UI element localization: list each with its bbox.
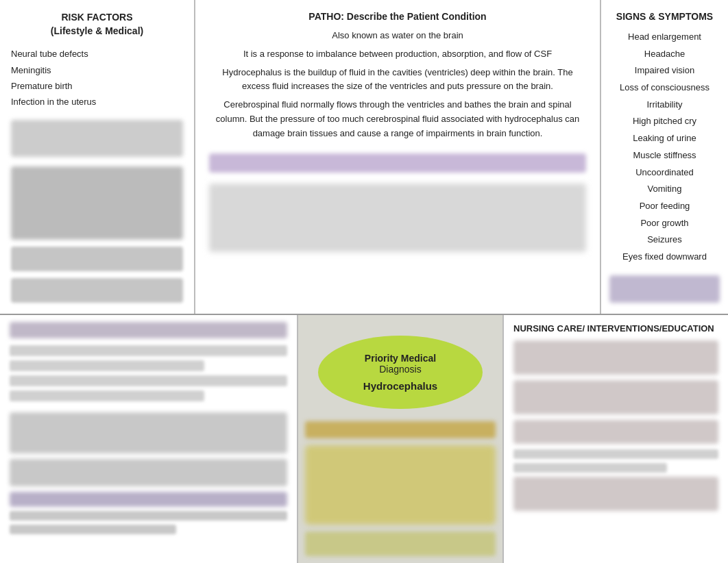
patho-line-2: It is a response to imbalance between pr… xyxy=(209,47,586,62)
risk-item-2: Meningitis xyxy=(11,62,183,78)
nursing-line-1 xyxy=(513,449,718,459)
bl-text-2 xyxy=(10,360,204,371)
patho-blurred-banner xyxy=(209,153,586,173)
bottom-left-panel xyxy=(0,315,298,563)
patho-title: PATHO: Describe the Patient Condition xyxy=(209,11,586,22)
risk-factors-panel: RISK FACTORS (Lifestyle & Medical) Neura… xyxy=(0,0,195,314)
bl-block-2 xyxy=(10,459,287,486)
sign-9: Uncoordinated xyxy=(609,164,720,182)
nursing-line-2 xyxy=(513,463,667,473)
bm-banner xyxy=(305,421,496,438)
sign-13: Seizures xyxy=(609,232,720,249)
patho-panel: PATHO: Describe the Patient Condition Al… xyxy=(195,0,601,314)
risk-item-3: Premature birth xyxy=(11,78,183,94)
sign-8: Muscle stiffness xyxy=(609,147,720,164)
nursing-panel: NURSING CARE/ INTERVENTIONS/EDUCATION xyxy=(504,315,728,563)
bl-footer-text-1 xyxy=(10,511,287,521)
bl-text-1 xyxy=(10,345,287,356)
nursing-title: NURSING CARE/ INTERVENTIONS/EDUCATION xyxy=(513,323,718,334)
patho-line-4: Cerebrospinal fluid normally flows throu… xyxy=(209,98,586,140)
priority-oval: Priority Medical Diagnosis Hydrocephalus xyxy=(318,336,483,409)
risk-items-list: Neural tube defects Meningitis Premature… xyxy=(11,46,183,110)
signs-title: SIGNS & SYMPTOMS xyxy=(609,11,720,22)
sign-1: Head enlargement xyxy=(609,29,720,46)
priority-diagnosis-label: Diagnosis xyxy=(379,364,421,375)
patho-blurred-image xyxy=(209,184,586,252)
nursing-blurred-1 xyxy=(513,340,718,375)
signs-blurred xyxy=(609,275,720,303)
sign-5: Irritability xyxy=(609,97,720,114)
risk-item-4: Infection in the uterus xyxy=(11,94,183,110)
risk-blurred-2 xyxy=(11,166,183,240)
sign-10: Vomiting xyxy=(609,181,720,198)
bl-text-4 xyxy=(10,390,204,401)
sign-6: High pitched cry xyxy=(609,113,720,130)
bottom-section: Priority Medical Diagnosis Hydrocephalus… xyxy=(0,315,728,563)
sign-12: Poor growth xyxy=(609,215,720,232)
priority-label: Priority Medical xyxy=(365,353,436,364)
signs-list: Head enlargement Headache Impaired visio… xyxy=(609,29,720,266)
bl-banner xyxy=(10,322,287,338)
bl-text-3 xyxy=(10,375,287,386)
sign-2: Headache xyxy=(609,46,720,63)
nursing-blurred-4 xyxy=(513,477,718,511)
patho-line-1: Also known as water on the brain xyxy=(209,29,586,43)
risk-blurred-1 xyxy=(11,120,183,157)
risk-blurred-3 xyxy=(11,247,183,271)
bm-block xyxy=(305,445,496,525)
sign-4: Loss of consciousness xyxy=(609,79,720,97)
patho-line-3: Hydrocephalus is the buildup of fluid in… xyxy=(209,66,586,95)
nursing-blurred-2 xyxy=(513,380,718,414)
risk-factors-subtitle: (Lifestyle & Medical) xyxy=(11,25,183,38)
bm-footer xyxy=(305,531,496,556)
sign-11: Poor feeding xyxy=(609,198,720,215)
priority-diagnosis-name: Hydrocephalus xyxy=(363,380,437,392)
bl-block-1 xyxy=(10,412,287,453)
sign-14: Eyes fixed downward xyxy=(609,249,720,266)
nursing-blurred-3 xyxy=(513,420,718,444)
risk-item-1: Neural tube defects xyxy=(11,46,183,62)
risk-factors-title: RISK FACTORS xyxy=(11,11,183,25)
sign-3: Impaired vision xyxy=(609,62,720,79)
bl-footer-text-2 xyxy=(10,525,176,534)
main-container: RISK FACTORS (Lifestyle & Medical) Neura… xyxy=(0,0,728,563)
priority-panel: Priority Medical Diagnosis Hydrocephalus xyxy=(298,315,504,563)
bl-footer-banner xyxy=(10,492,287,507)
top-section: RISK FACTORS (Lifestyle & Medical) Neura… xyxy=(0,0,728,315)
risk-blurred-4 xyxy=(11,278,183,303)
sign-7: Leaking of urine xyxy=(609,130,720,147)
signs-panel: SIGNS & SYMPTOMS Head enlargement Headac… xyxy=(601,0,728,314)
